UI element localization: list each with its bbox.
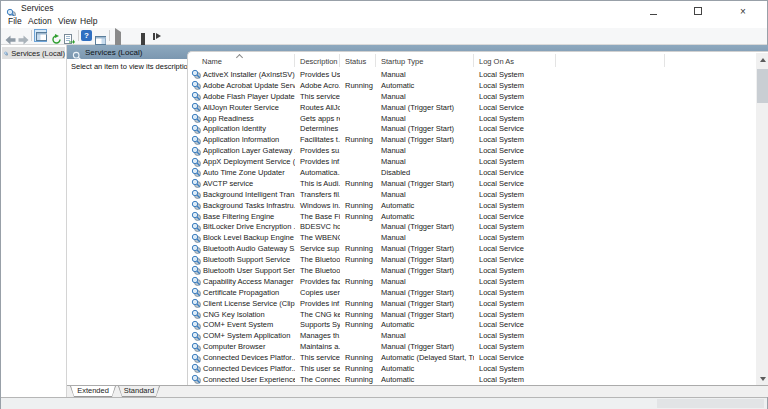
service-description: Facilitates t... <box>295 135 340 144</box>
column-separator <box>294 54 295 67</box>
service-row[interactable]: Client License Service (ClipS... Provide… <box>188 298 756 309</box>
service-startup-type: Manual (Trigger Start) <box>376 244 474 253</box>
menu-view[interactable]: View <box>58 16 76 26</box>
service-gear-icon <box>191 320 201 330</box>
service-log-on-as: Local System <box>474 222 558 231</box>
scrollbar-thumb[interactable] <box>757 69 768 103</box>
service-startup-type: Manual (Trigger Start) <box>376 266 474 275</box>
help-icon[interactable] <box>81 30 92 41</box>
restore-button[interactable] <box>683 1 713 16</box>
service-gear-icon <box>191 342 201 352</box>
service-gear-icon <box>191 200 201 210</box>
tab-standard[interactable]: Standard <box>118 386 160 397</box>
column-header-log-on-as[interactable]: Log On As <box>474 57 558 69</box>
service-row[interactable]: Application Layer Gateway ... Provides s… <box>188 145 756 156</box>
service-row[interactable]: Bluetooth Support Service The Bluetoo...… <box>188 254 756 265</box>
service-name: Auto Time Zone Updater <box>203 168 285 177</box>
tab-extended[interactable]: Extended <box>70 386 116 397</box>
service-log-on-as: Local System <box>474 70 558 79</box>
service-row[interactable]: Application Information Facilitates t...… <box>188 134 756 145</box>
service-gear-icon <box>191 255 201 265</box>
service-row[interactable]: Block Level Backup Engine ... The WBENG.… <box>188 232 756 243</box>
service-startup-type: Manual <box>376 277 474 286</box>
service-row[interactable]: COM+ Event System Supports Sy... Running… <box>188 319 756 330</box>
service-gear-icon <box>191 374 201 384</box>
restart-service-icon[interactable] <box>153 33 161 40</box>
service-description: Adobe Acro... <box>295 81 340 90</box>
service-description: The CNG ke... <box>295 310 340 319</box>
service-status: Running <box>340 212 376 221</box>
service-row[interactable]: AllJoyn Router Service Routes AllJo... M… <box>188 102 756 113</box>
show-console-tree-icon[interactable] <box>34 29 47 42</box>
service-gear-icon <box>191 91 201 101</box>
service-description: The Base Fil... <box>295 212 340 221</box>
scroll-down-button[interactable] <box>756 372 768 385</box>
service-name: COM+ System Application <box>203 331 290 340</box>
service-name: BitLocker Drive Encryption ... <box>203 222 295 231</box>
service-startup-type: Automatic <box>376 212 474 221</box>
service-row[interactable]: Base Filtering Engine The Base Fil... Ru… <box>188 211 756 222</box>
service-startup-type: Manual <box>376 233 474 242</box>
service-row[interactable]: Background Intelligent Tran... Transfers… <box>188 189 756 200</box>
service-description: Maintains a... <box>295 342 340 351</box>
column-header-startup-type[interactable]: Startup Type <box>376 57 474 69</box>
service-description: This is Audi... <box>295 179 340 188</box>
service-row[interactable]: Adobe Acrobat Update Serv... Adobe Acro.… <box>188 80 756 91</box>
close-button[interactable]: × <box>728 1 758 16</box>
service-log-on-as: Local Service <box>474 244 558 253</box>
scroll-up-icon <box>760 58 766 62</box>
vertical-scrollbar[interactable] <box>756 53 768 385</box>
sidebar-item-services-local[interactable]: Services (Local) <box>2 47 65 59</box>
service-row[interactable]: BitLocker Drive Encryption ... BDESVC ho… <box>188 221 756 232</box>
service-row[interactable]: App Readiness Gets apps re... Manual Loc… <box>188 113 756 124</box>
service-row[interactable]: Background Tasks Infrastru... Windows in… <box>188 200 756 211</box>
menu-action[interactable]: Action <box>28 16 52 26</box>
service-startup-type: Manual <box>376 157 474 166</box>
service-log-on-as: Local Service <box>474 212 558 221</box>
service-row[interactable]: Application Identity Determines ... Manu… <box>188 123 756 134</box>
service-name: Application Layer Gateway ... <box>203 146 295 155</box>
service-log-on-as: Local System <box>474 310 558 319</box>
column-header-status[interactable]: Status <box>340 57 376 69</box>
service-gear-icon <box>191 178 201 188</box>
service-row[interactable]: Capability Access Manager ... Provides f… <box>188 276 756 287</box>
services-window: Services × File Action View Help <box>0 0 768 409</box>
toolbar-separator <box>109 30 110 41</box>
service-row[interactable]: Adobe Flash Player Update ... This servi… <box>188 91 756 102</box>
service-name: Background Tasks Infrastru... <box>203 201 295 210</box>
service-row[interactable]: AppX Deployment Service (... Provides in… <box>188 156 756 167</box>
service-status: Running <box>340 135 376 144</box>
service-name: Connected Devices Platfor... <box>203 364 295 373</box>
service-row[interactable]: CNG Key Isolation The CNG ke... Running … <box>188 309 756 320</box>
service-log-on-as: Local System <box>474 92 558 101</box>
service-name: Computer Browser <box>203 342 266 351</box>
service-startup-type: Manual (Trigger Start) <box>376 135 474 144</box>
column-header-description[interactable]: Description <box>295 57 340 69</box>
service-gear-icon <box>191 222 201 232</box>
service-row[interactable]: COM+ System Application Manages th... Ma… <box>188 330 756 341</box>
service-log-on-as: Local System <box>474 233 558 242</box>
service-row[interactable]: ActiveX Installer (AxInstSV) Provides Us… <box>188 69 756 80</box>
service-row[interactable]: Auto Time Zone Updater Automatica... Dis… <box>188 167 756 178</box>
service-row[interactable]: Connected Devices Platfor... This user s… <box>188 363 756 374</box>
service-startup-type: Automatic <box>376 364 474 373</box>
titlebar: Services × <box>1 1 767 16</box>
service-log-on-as: Local Service <box>474 124 558 133</box>
service-name: Bluetooth Audio Gateway S... <box>203 244 295 253</box>
service-startup-type: Manual (Trigger Start) <box>376 222 474 231</box>
minimize-button[interactable] <box>638 1 668 16</box>
scroll-up-button[interactable] <box>756 53 768 66</box>
menu-help[interactable]: Help <box>80 16 97 26</box>
menu-file[interactable]: File <box>8 16 22 26</box>
service-row[interactable]: Certificate Propagation Copies user ... … <box>188 287 756 298</box>
service-row[interactable]: Bluetooth User Support Ser... The Blueto… <box>188 265 756 276</box>
service-startup-type: Manual (Trigger Start) <box>376 342 474 351</box>
service-description: This service ... <box>295 92 340 101</box>
service-name: App Readiness <box>203 114 254 123</box>
service-gear-icon <box>191 363 201 373</box>
service-row[interactable]: Connected Devices Platfor... This servic… <box>188 352 756 363</box>
service-row[interactable]: AVCTP service This is Audi... Running Ma… <box>188 178 756 189</box>
service-row[interactable]: Connected User Experience... The Connec.… <box>188 374 756 385</box>
service-row[interactable]: Computer Browser Maintains a... Manual (… <box>188 341 756 352</box>
service-row[interactable]: Bluetooth Audio Gateway S... Service sup… <box>188 243 756 254</box>
